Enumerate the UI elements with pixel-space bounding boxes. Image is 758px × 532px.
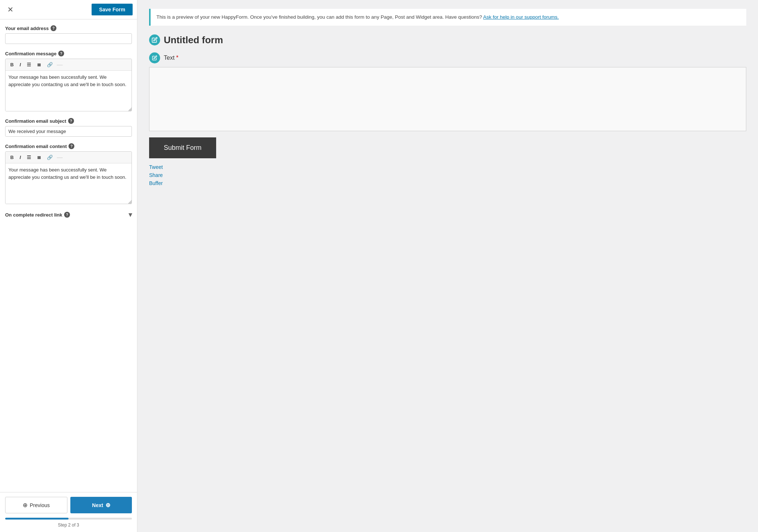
step-label: Step 2 of 3	[5, 522, 132, 528]
confirmation-content-toolbar: B I ☰ ≣ 🔗 —	[5, 152, 132, 163]
required-asterisk: *	[176, 55, 178, 61]
toolbar-separator-2: —	[57, 154, 63, 161]
previous-button[interactable]: ⊕ Previous	[5, 497, 67, 513]
confirmation-content-help-icon[interactable]: ?	[69, 143, 74, 149]
confirmation-message-label: Confirmation message ?	[5, 51, 132, 56]
unordered-list-button-2[interactable]: ☰	[25, 154, 33, 161]
form-title: Untitled form	[164, 34, 223, 46]
confirmation-content-label: Confirmation email content ?	[5, 143, 132, 149]
tweet-link[interactable]: Tweet	[149, 164, 746, 170]
left-header: ✕ Save Form	[0, 0, 137, 19]
confirmation-message-editor: B I ☰ ≣ 🔗 — Your message has been succes…	[5, 59, 132, 111]
save-form-button[interactable]: Save Form	[92, 4, 133, 15]
email-input[interactable]	[5, 33, 132, 44]
nav-buttons: ⊕ Previous Next ⊕	[5, 497, 132, 513]
link-button-1[interactable]: 🔗	[45, 61, 55, 69]
form-textarea[interactable]	[149, 67, 746, 131]
link-button-2[interactable]: 🔗	[45, 154, 55, 161]
italic-button-2[interactable]: I	[18, 154, 23, 161]
field-title-row: Text *	[149, 52, 746, 63]
confirmation-content-editor: B I ☰ ≣ 🔗 — Your message has been succes…	[5, 151, 132, 204]
previous-circle-icon: ⊕	[23, 502, 27, 509]
confirmation-subject-input[interactable]	[5, 126, 132, 137]
bold-button-1[interactable]: B	[8, 61, 15, 69]
left-footer: ⊕ Previous Next ⊕ Step 2 of 3	[0, 492, 137, 532]
next-circle-icon: ⊕	[106, 502, 110, 509]
confirmation-message-help-icon[interactable]: ?	[58, 51, 64, 56]
field-edit-icon[interactable]	[149, 52, 160, 63]
next-button[interactable]: Next ⊕	[70, 497, 132, 513]
field-title: Text *	[164, 55, 178, 61]
submit-form-button[interactable]: Submit Form	[149, 137, 216, 158]
confirmation-content-section: Confirmation email content ? B I ☰ ≣ 🔗 —…	[5, 143, 132, 204]
bold-button-2[interactable]: B	[8, 154, 15, 161]
redirect-collapse-icon[interactable]: ▾	[129, 211, 132, 219]
confirmation-content-text[interactable]: Your message has been successfully sent.…	[5, 163, 132, 204]
email-section: Your email address ?	[5, 25, 132, 44]
redirect-label: On complete redirect link ? ▾	[5, 211, 132, 219]
progress-bar-container	[5, 518, 132, 520]
support-link[interactable]: Ask for help in our support forums.	[483, 14, 559, 20]
progress-bar-fill	[5, 518, 69, 520]
form-title-row: Untitled form	[149, 34, 746, 46]
close-icon: ✕	[7, 5, 14, 14]
confirmation-message-content[interactable]: Your message has been successfully sent.…	[5, 71, 132, 111]
italic-button-1[interactable]: I	[18, 61, 23, 69]
email-help-icon[interactable]: ?	[51, 25, 56, 31]
share-link[interactable]: Share	[149, 172, 746, 178]
info-banner: This is a preview of your new HappyForm.…	[149, 9, 746, 26]
confirmation-subject-label: Confirmation email subject ?	[5, 118, 132, 124]
redirect-help-icon[interactable]: ?	[64, 212, 70, 218]
confirmation-message-section: Confirmation message ? B I ☰ ≣ 🔗 — Your …	[5, 51, 132, 111]
right-panel: This is a preview of your new HappyForm.…	[137, 0, 758, 532]
email-label: Your email address ?	[5, 25, 132, 31]
left-scroll: Your email address ? Confirmation messag…	[0, 19, 137, 492]
unordered-list-button-1[interactable]: ☰	[25, 61, 33, 69]
confirmation-subject-help-icon[interactable]: ?	[68, 118, 74, 124]
social-links: Tweet Share Buffer	[149, 164, 746, 186]
left-panel: ✕ Save Form Your email address ? Confirm…	[0, 0, 137, 532]
ordered-list-button-2[interactable]: ≣	[35, 154, 43, 161]
redirect-section: On complete redirect link ? ▾	[5, 211, 132, 219]
confirmation-subject-section: Confirmation email subject ?	[5, 118, 132, 137]
confirmation-message-toolbar: B I ☰ ≣ 🔗 —	[5, 59, 132, 71]
form-title-edit-icon[interactable]	[149, 34, 160, 45]
close-button[interactable]: ✕	[4, 4, 16, 15]
buffer-link[interactable]: Buffer	[149, 180, 746, 186]
toolbar-separator-1: —	[57, 62, 63, 68]
ordered-list-button-1[interactable]: ≣	[35, 61, 43, 69]
